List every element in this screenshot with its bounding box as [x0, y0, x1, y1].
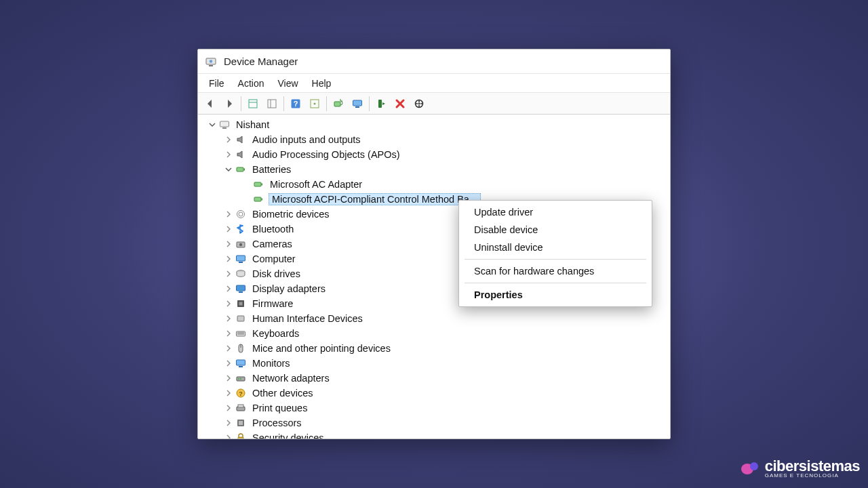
- chevron-right-icon[interactable]: [224, 299, 233, 308]
- svg-rect-1: [209, 65, 213, 66]
- keyboard-icon: [235, 327, 247, 340]
- context-menu-item[interactable]: Disable device: [459, 221, 652, 239]
- tree-node-label: Keyboards: [251, 328, 300, 339]
- svg-point-26: [239, 212, 243, 216]
- show-pane-button[interactable]: [244, 95, 262, 113]
- svg-point-46: [240, 378, 241, 380]
- bluetooth-icon: [235, 223, 247, 235]
- tree-node[interactable]: ? Other devices: [199, 386, 669, 401]
- tree-node[interactable]: Audio Processing Objects (APOs): [199, 147, 669, 162]
- app-icon: [205, 56, 217, 68]
- svg-point-28: [239, 243, 242, 246]
- chevron-right-icon[interactable]: [224, 359, 233, 368]
- svg-rect-24: [262, 199, 263, 201]
- tree-leaf[interactable]: Microsoft AC Adapter: [199, 177, 669, 192]
- enable-button[interactable]: [372, 95, 390, 113]
- tree-node[interactable]: Security devices: [199, 430, 669, 439]
- blob-icon: [741, 461, 760, 476]
- svg-rect-12: [353, 100, 362, 106]
- context-menu-item[interactable]: Properties: [459, 286, 652, 304]
- chevron-right-icon[interactable]: [224, 433, 233, 439]
- tree-node-label: Other devices: [251, 388, 314, 399]
- chevron-right-icon[interactable]: [224, 224, 233, 234]
- chevron-right-icon[interactable]: [224, 254, 233, 264]
- show-hidden-button[interactable]: [306, 95, 323, 113]
- monitor-button[interactable]: [349, 95, 366, 113]
- tree-leaf-label: Microsoft AC Adapter: [269, 179, 363, 190]
- chevron-right-icon[interactable]: [224, 209, 233, 219]
- tree-root[interactable]: Nishant: [199, 117, 669, 132]
- context-menu-item[interactable]: Update driver: [459, 203, 652, 221]
- chevron-right-icon[interactable]: [224, 150, 233, 159]
- svg-rect-3: [249, 100, 257, 108]
- svg-rect-33: [239, 291, 243, 293]
- help-button[interactable]: ?: [287, 95, 304, 113]
- details-pane-button[interactable]: [263, 95, 281, 113]
- back-button[interactable]: [201, 95, 219, 113]
- svg-rect-17: [220, 121, 229, 127]
- toolbar-separator: [326, 96, 327, 111]
- chevron-down-icon[interactable]: [208, 120, 217, 129]
- svg-text:?: ?: [239, 390, 243, 397]
- forward-button[interactable]: [220, 95, 238, 113]
- speaker-icon: [235, 134, 247, 146]
- chevron-right-icon[interactable]: [224, 284, 233, 293]
- chevron-right-icon[interactable]: [224, 314, 233, 323]
- chevron-right-icon[interactable]: [224, 135, 233, 144]
- svg-rect-22: [262, 184, 263, 186]
- menu-action[interactable]: Action: [231, 77, 271, 90]
- mouse-icon: [235, 342, 247, 354]
- menu-view[interactable]: View: [271, 77, 304, 90]
- chevron-right-icon[interactable]: [224, 239, 233, 249]
- chevron-right-icon[interactable]: [224, 329, 233, 338]
- context-menu-separator: [465, 259, 646, 260]
- chevron-right-icon[interactable]: [224, 373, 233, 383]
- tree-node-label: Print queues: [251, 403, 309, 413]
- svg-rect-18: [222, 127, 226, 129]
- chevron-right-icon[interactable]: [224, 388, 233, 398]
- tree-node[interactable]: Print queues: [199, 401, 669, 415]
- tree-node-label: Batteries: [251, 164, 292, 175]
- context-menu-item[interactable]: Uninstall device: [459, 239, 652, 256]
- window-title: Device Manager: [224, 56, 298, 67]
- menu-file[interactable]: File: [202, 77, 231, 90]
- uninstall-button[interactable]: [391, 95, 409, 113]
- cpu-icon: [235, 417, 247, 429]
- printer-icon: [235, 402, 247, 414]
- chevron-right-icon[interactable]: [224, 269, 233, 279]
- svg-point-10: [314, 102, 316, 104]
- tree-root-label: Nishant: [235, 119, 271, 130]
- tree-node-label: Network adapters: [251, 373, 331, 384]
- toolbar-separator: [241, 96, 241, 111]
- tree-node[interactable]: Human Interface Devices: [199, 311, 669, 326]
- tree-node-label: Security devices: [251, 432, 326, 439]
- menu-help[interactable]: Help: [305, 77, 338, 90]
- tree-node[interactable]: Audio inputs and outputs: [199, 132, 669, 147]
- battery-icon: [235, 163, 247, 176]
- tree-node[interactable]: Batteries: [199, 162, 669, 177]
- context-menu-item[interactable]: Scan for hardware changes: [459, 262, 652, 280]
- svg-rect-11: [334, 102, 340, 106]
- context-menu-separator: [465, 283, 646, 283]
- fingerprint-icon: [235, 208, 247, 220]
- tree-node[interactable]: Processors: [199, 415, 669, 430]
- battery-icon: [252, 193, 264, 205]
- tree-node-label: Audio inputs and outputs: [251, 134, 362, 145]
- tree-node[interactable]: Keyboards: [199, 326, 669, 341]
- chevron-right-icon[interactable]: [224, 344, 233, 353]
- tree-node-label: Computer: [251, 253, 297, 264]
- svg-rect-23: [254, 197, 261, 201]
- tree-node-label: Biometric devices: [251, 209, 331, 220]
- svg-rect-13: [355, 106, 359, 108]
- scan-hardware-button[interactable]: [410, 95, 428, 113]
- update-driver-button[interactable]: [330, 95, 347, 113]
- svg-point-55: [750, 462, 758, 470]
- chevron-right-icon[interactable]: [224, 418, 233, 428]
- tree-node[interactable]: Network adapters: [199, 371, 669, 386]
- chevron-down-icon[interactable]: [224, 165, 233, 174]
- tree-node[interactable]: Monitors: [199, 356, 669, 371]
- chip-icon: [235, 298, 247, 310]
- tree-node[interactable]: Mice and other pointing devices: [199, 341, 669, 356]
- chevron-right-icon[interactable]: [224, 403, 233, 413]
- svg-rect-50: [238, 405, 243, 407]
